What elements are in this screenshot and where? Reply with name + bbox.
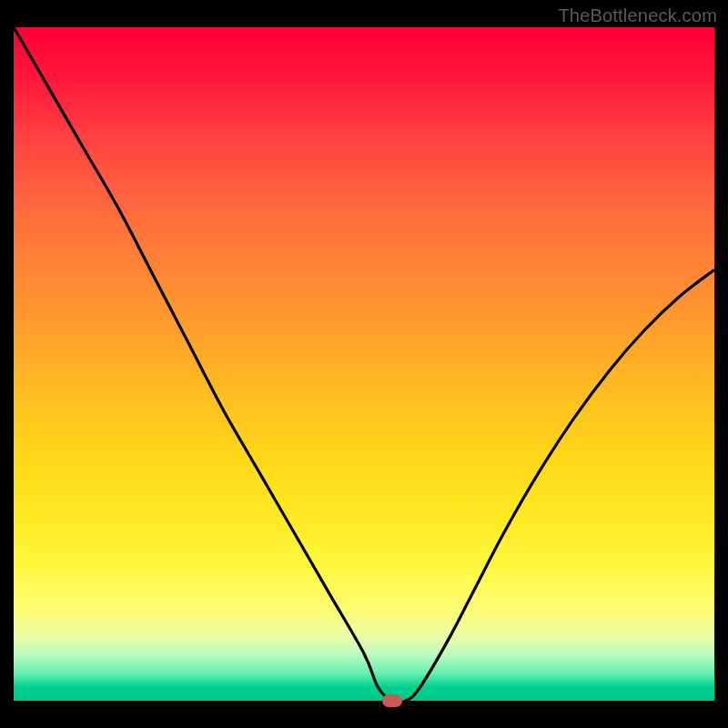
curve-layer <box>14 27 714 701</box>
bottleneck-curve <box>14 27 714 701</box>
attribution-text: TheBottleneck.com <box>558 5 717 26</box>
plot-area <box>14 27 714 701</box>
chart-container: TheBottleneck.com <box>0 0 728 728</box>
optimum-marker <box>382 694 402 707</box>
